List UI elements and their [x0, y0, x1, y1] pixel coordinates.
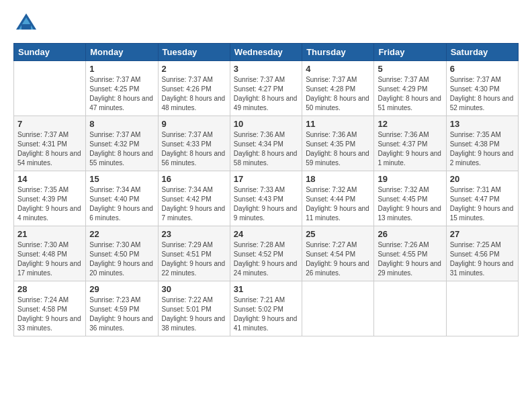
day-header-monday: Monday — [86, 44, 158, 61]
day-number: 10 — [234, 119, 298, 129]
day-info: Sunrise: 7:37 AMSunset: 4:32 PMDaylight:… — [89, 130, 154, 168]
day-info: Sunrise: 7:37 AMSunset: 4:33 PMDaylight:… — [162, 130, 226, 168]
day-number: 11 — [306, 119, 370, 129]
day-info: Sunrise: 7:24 AMSunset: 4:58 PMDaylight:… — [17, 295, 82, 333]
calendar-cell: 5Sunrise: 7:37 AMSunset: 4:29 PMDaylight… — [374, 61, 446, 116]
day-number: 20 — [450, 174, 515, 184]
day-number: 13 — [450, 119, 515, 129]
day-number: 17 — [234, 174, 298, 184]
day-header-friday: Friday — [374, 44, 446, 61]
calendar-week-row: 7Sunrise: 7:37 AMSunset: 4:31 PMDaylight… — [14, 116, 519, 171]
calendar-cell: 20Sunrise: 7:31 AMSunset: 4:47 PMDayligh… — [446, 171, 518, 226]
calendar-cell: 28Sunrise: 7:24 AMSunset: 4:58 PMDayligh… — [14, 281, 86, 336]
calendar-cell: 13Sunrise: 7:35 AMSunset: 4:38 PMDayligh… — [446, 116, 518, 171]
day-number: 12 — [378, 119, 442, 129]
calendar-cell: 30Sunrise: 7:22 AMSunset: 5:01 PMDayligh… — [158, 281, 230, 336]
day-info: Sunrise: 7:33 AMSunset: 4:43 PMDaylight:… — [234, 185, 298, 223]
day-number: 29 — [89, 284, 154, 294]
day-info: Sunrise: 7:36 AMSunset: 4:34 PMDaylight:… — [234, 130, 298, 168]
day-number: 30 — [162, 284, 226, 294]
day-info: Sunrise: 7:37 AMSunset: 4:30 PMDaylight:… — [450, 75, 515, 113]
calendar-week-row: 28Sunrise: 7:24 AMSunset: 4:58 PMDayligh… — [14, 281, 519, 336]
day-info: Sunrise: 7:32 AMSunset: 4:44 PMDaylight:… — [306, 185, 370, 223]
day-number: 28 — [17, 284, 82, 294]
day-info: Sunrise: 7:34 AMSunset: 4:40 PMDaylight:… — [89, 185, 154, 223]
day-info: Sunrise: 7:37 AMSunset: 4:26 PMDaylight:… — [162, 75, 226, 113]
calendar-cell: 8Sunrise: 7:37 AMSunset: 4:32 PMDaylight… — [86, 116, 158, 171]
day-number: 16 — [162, 174, 226, 184]
day-number: 31 — [234, 284, 298, 294]
calendar-cell: 6Sunrise: 7:37 AMSunset: 4:30 PMDaylight… — [446, 61, 518, 116]
calendar-week-row: 1Sunrise: 7:37 AMSunset: 4:25 PMDaylight… — [14, 61, 519, 116]
calendar-cell — [374, 281, 446, 336]
calendar-cell: 25Sunrise: 7:27 AMSunset: 4:54 PMDayligh… — [302, 226, 374, 281]
day-header-thursday: Thursday — [302, 44, 374, 61]
day-info: Sunrise: 7:37 AMSunset: 4:28 PMDaylight:… — [306, 75, 370, 113]
day-info: Sunrise: 7:36 AMSunset: 4:35 PMDaylight:… — [306, 130, 370, 168]
calendar-cell: 11Sunrise: 7:36 AMSunset: 4:35 PMDayligh… — [302, 116, 374, 171]
calendar-cell: 9Sunrise: 7:37 AMSunset: 4:33 PMDaylight… — [158, 116, 230, 171]
day-number: 8 — [89, 119, 154, 129]
day-info: Sunrise: 7:21 AMSunset: 5:02 PMDaylight:… — [234, 295, 298, 333]
day-number: 27 — [450, 229, 515, 239]
day-info: Sunrise: 7:28 AMSunset: 4:52 PMDaylight:… — [234, 240, 298, 278]
calendar-table: SundayMondayTuesdayWednesdayThursdayFrid… — [13, 43, 519, 336]
day-number: 5 — [378, 64, 442, 74]
svg-rect-2 — [21, 24, 31, 30]
calendar-cell: 16Sunrise: 7:34 AMSunset: 4:42 PMDayligh… — [158, 171, 230, 226]
day-header-sunday: Sunday — [14, 44, 86, 61]
calendar-cell: 14Sunrise: 7:35 AMSunset: 4:39 PMDayligh… — [14, 171, 86, 226]
calendar-cell: 31Sunrise: 7:21 AMSunset: 5:02 PMDayligh… — [230, 281, 302, 336]
calendar-cell: 23Sunrise: 7:29 AMSunset: 4:51 PMDayligh… — [158, 226, 230, 281]
day-info: Sunrise: 7:22 AMSunset: 5:01 PMDaylight:… — [162, 295, 226, 333]
day-info: Sunrise: 7:31 AMSunset: 4:47 PMDaylight:… — [450, 185, 515, 223]
day-number: 19 — [378, 174, 442, 184]
calendar-cell: 12Sunrise: 7:36 AMSunset: 4:37 PMDayligh… — [374, 116, 446, 171]
day-header-tuesday: Tuesday — [158, 44, 230, 61]
day-header-wednesday: Wednesday — [230, 44, 302, 61]
day-number: 6 — [450, 64, 515, 74]
day-number: 18 — [306, 174, 370, 184]
calendar-cell — [14, 61, 86, 116]
day-info: Sunrise: 7:35 AMSunset: 4:38 PMDaylight:… — [450, 130, 515, 168]
calendar-week-row: 14Sunrise: 7:35 AMSunset: 4:39 PMDayligh… — [14, 171, 519, 226]
logo-icon — [13, 11, 39, 36]
day-number: 9 — [162, 119, 226, 129]
calendar-cell — [446, 281, 518, 336]
day-number: 14 — [17, 174, 82, 184]
day-info: Sunrise: 7:26 AMSunset: 4:55 PMDaylight:… — [378, 240, 442, 278]
header — [13, 11, 519, 36]
day-header-saturday: Saturday — [446, 44, 518, 61]
calendar-cell: 29Sunrise: 7:23 AMSunset: 4:59 PMDayligh… — [86, 281, 158, 336]
calendar-header-row: SundayMondayTuesdayWednesdayThursdayFrid… — [14, 44, 519, 61]
day-info: Sunrise: 7:34 AMSunset: 4:42 PMDaylight:… — [162, 185, 226, 223]
calendar-page: SundayMondayTuesdayWednesdayThursdayFrid… — [0, 0, 532, 411]
day-info: Sunrise: 7:37 AMSunset: 4:29 PMDaylight:… — [378, 75, 442, 113]
day-number: 26 — [378, 229, 442, 239]
calendar-cell: 21Sunrise: 7:30 AMSunset: 4:48 PMDayligh… — [14, 226, 86, 281]
day-number: 1 — [89, 64, 154, 74]
day-number: 3 — [234, 64, 298, 74]
calendar-cell: 18Sunrise: 7:32 AMSunset: 4:44 PMDayligh… — [302, 171, 374, 226]
calendar-cell: 17Sunrise: 7:33 AMSunset: 4:43 PMDayligh… — [230, 171, 302, 226]
day-info: Sunrise: 7:23 AMSunset: 4:59 PMDaylight:… — [89, 295, 154, 333]
calendar-cell: 3Sunrise: 7:37 AMSunset: 4:27 PMDaylight… — [230, 61, 302, 116]
day-number: 25 — [306, 229, 370, 239]
day-info: Sunrise: 7:30 AMSunset: 4:48 PMDaylight:… — [17, 240, 82, 278]
calendar-cell: 24Sunrise: 7:28 AMSunset: 4:52 PMDayligh… — [230, 226, 302, 281]
day-info: Sunrise: 7:29 AMSunset: 4:51 PMDaylight:… — [162, 240, 226, 278]
day-number: 2 — [162, 64, 226, 74]
day-number: 7 — [17, 119, 82, 129]
day-info: Sunrise: 7:37 AMSunset: 4:25 PMDaylight:… — [89, 75, 154, 113]
day-info: Sunrise: 7:35 AMSunset: 4:39 PMDaylight:… — [17, 185, 82, 223]
calendar-cell: 26Sunrise: 7:26 AMSunset: 4:55 PMDayligh… — [374, 226, 446, 281]
day-number: 21 — [17, 229, 82, 239]
calendar-cell: 4Sunrise: 7:37 AMSunset: 4:28 PMDaylight… — [302, 61, 374, 116]
day-info: Sunrise: 7:37 AMSunset: 4:31 PMDaylight:… — [17, 130, 82, 168]
day-number: 23 — [162, 229, 226, 239]
calendar-week-row: 21Sunrise: 7:30 AMSunset: 4:48 PMDayligh… — [14, 226, 519, 281]
calendar-cell: 1Sunrise: 7:37 AMSunset: 4:25 PMDaylight… — [86, 61, 158, 116]
day-info: Sunrise: 7:27 AMSunset: 4:54 PMDaylight:… — [306, 240, 370, 278]
day-info: Sunrise: 7:36 AMSunset: 4:37 PMDaylight:… — [378, 130, 442, 168]
day-info: Sunrise: 7:25 AMSunset: 4:56 PMDaylight:… — [450, 240, 515, 278]
